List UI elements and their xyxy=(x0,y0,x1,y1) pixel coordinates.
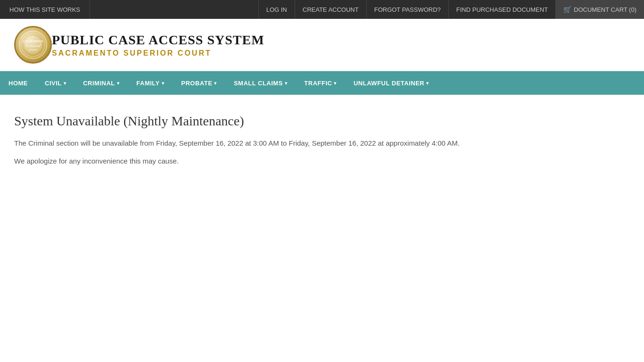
nav-family[interactable]: FAMILY ▾ xyxy=(128,71,173,95)
site-header: CALIFORNIA SUPERIOR COURT ★ ★ ★ PUBLIC C… xyxy=(0,19,644,71)
site-title: PUBLIC CASE ACCESS SYSTEM xyxy=(52,33,264,48)
cart-label: DOCUMENT CART (0) xyxy=(574,6,636,13)
login-link[interactable]: LOG IN xyxy=(258,0,295,19)
nav-criminal[interactable]: CRIMINAL ▾ xyxy=(74,71,128,95)
main-nav: HOME CIVIL ▾ CRIMINAL ▾ FAMILY ▾ PROBATE… xyxy=(0,71,644,95)
how-it-works-link[interactable]: HOW THIS SITE WORKS xyxy=(0,0,90,19)
svg-text:CALIFORNIA: CALIFORNIA xyxy=(23,40,43,43)
svg-text:COURT: COURT xyxy=(28,49,38,51)
top-bar: HOW THIS SITE WORKS LOG IN CREATE ACCOUN… xyxy=(0,0,644,19)
find-document-link[interactable]: FIND PURCHASED DOCUMENT xyxy=(448,0,555,19)
nav-unlawful-detainer[interactable]: UNLAWFUL DETAINER ▾ xyxy=(345,71,438,95)
nav-small-claims[interactable]: SMALL CLAIMS ▾ xyxy=(225,71,296,95)
maintenance-message-2: We apologize for any inconvenience this … xyxy=(14,156,630,167)
top-bar-left: HOW THIS SITE WORKS xyxy=(0,0,90,19)
maintenance-message-1: The Criminal section will be unavailable… xyxy=(14,138,630,149)
nav-traffic[interactable]: TRAFFIC ▾ xyxy=(296,71,345,95)
nav-civil[interactable]: CIVIL ▾ xyxy=(36,71,74,95)
court-name: SACRAMENTO SUPERIOR COURT xyxy=(52,49,264,58)
forgot-password-link[interactable]: FORGOT PASSWORD? xyxy=(366,0,448,19)
unlawful-detainer-chevron: ▾ xyxy=(426,81,429,86)
probate-chevron: ▾ xyxy=(214,81,217,86)
small-claims-chevron: ▾ xyxy=(285,81,288,86)
cart-icon: 🛒 xyxy=(563,6,571,13)
top-bar-right: LOG IN CREATE ACCOUNT FORGOT PASSWORD? F… xyxy=(258,0,644,19)
traffic-chevron: ▾ xyxy=(334,81,337,86)
court-seal: CALIFORNIA SUPERIOR COURT ★ ★ ★ xyxy=(14,26,52,64)
family-chevron: ▾ xyxy=(162,81,165,86)
criminal-chevron: ▾ xyxy=(117,81,120,86)
main-content: System Unavailable (Nightly Maintenance)… xyxy=(0,95,644,192)
create-account-link[interactable]: CREATE ACCOUNT xyxy=(295,0,366,19)
document-cart-link[interactable]: 🛒 DOCUMENT CART (0) xyxy=(555,0,644,19)
header-text: PUBLIC CASE ACCESS SYSTEM SACRAMENTO SUP… xyxy=(52,33,264,58)
nav-probate[interactable]: PROBATE ▾ xyxy=(173,71,225,95)
nav-home[interactable]: HOME xyxy=(0,71,36,95)
page-title: System Unavailable (Nightly Maintenance) xyxy=(14,114,630,129)
civil-chevron: ▾ xyxy=(64,81,66,86)
seal-inner: CALIFORNIA SUPERIOR COURT ★ ★ ★ xyxy=(19,31,47,59)
